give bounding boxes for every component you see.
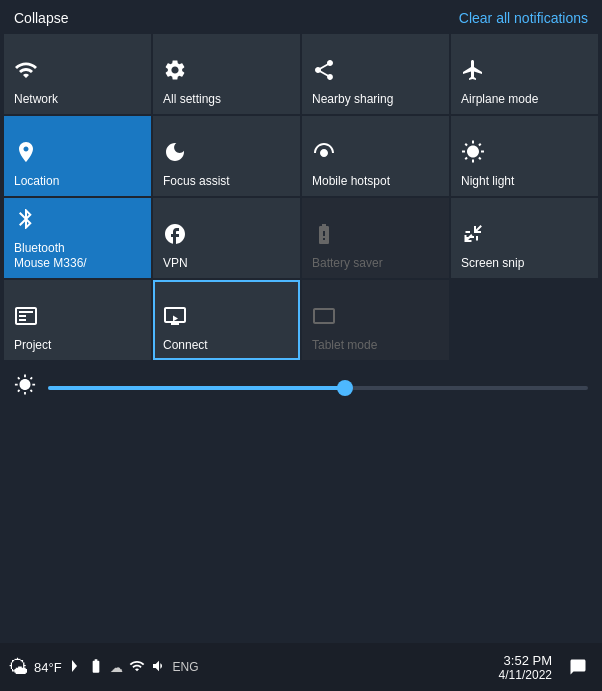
- lang-label: ENG: [173, 660, 199, 674]
- brightness-icon: [14, 374, 36, 401]
- battery-saver-icon: [312, 222, 336, 250]
- tablet-mode-label: Tablet mode: [312, 338, 377, 352]
- tile-location[interactable]: Location: [4, 116, 151, 196]
- wifi-icon[interactable]: [129, 658, 145, 677]
- network-label: Network: [14, 92, 58, 106]
- location-icon: [14, 140, 38, 168]
- volume-icon[interactable]: [151, 658, 167, 677]
- tile-nearby-sharing[interactable]: Nearby sharing: [302, 34, 449, 114]
- airplane-mode-label: Airplane mode: [461, 92, 538, 106]
- empty-tile: [451, 280, 598, 360]
- bluetooth-label: Bluetooth Mouse M336/: [14, 241, 87, 270]
- all-settings-label: All settings: [163, 92, 221, 106]
- tile-battery-saver[interactable]: Battery saver: [302, 198, 449, 278]
- taskbar-weather: 🌤 84°F: [8, 656, 62, 679]
- focus-assist-label: Focus assist: [163, 174, 230, 188]
- taskbar-system-icons: ☁ ENG: [72, 658, 199, 677]
- mobile-hotspot-icon: [312, 140, 336, 168]
- header: Collapse Clear all notifications: [0, 0, 602, 34]
- tile-all-settings[interactable]: All settings: [153, 34, 300, 114]
- project-label: Project: [14, 338, 51, 352]
- clear-notifications-button[interactable]: Clear all notifications: [459, 10, 588, 26]
- night-light-label: Night light: [461, 174, 514, 188]
- weather-icon: 🌤: [8, 656, 28, 679]
- tile-airplane-mode[interactable]: Airplane mode: [451, 34, 598, 114]
- clock-date: 4/11/2022: [499, 668, 552, 682]
- tile-connect[interactable]: Connect: [153, 280, 300, 360]
- tile-tablet-mode[interactable]: Tablet mode: [302, 280, 449, 360]
- tile-vpn[interactable]: VPN: [153, 198, 300, 278]
- tile-network[interactable]: Network: [4, 34, 151, 114]
- vpn-label: VPN: [163, 256, 188, 270]
- screen-snip-icon: [461, 222, 485, 250]
- focus-assist-icon: [163, 140, 187, 168]
- quick-actions-grid: Network All settings Nearby sharing: [0, 34, 602, 360]
- cloud-icon[interactable]: ☁: [110, 660, 123, 675]
- tile-project[interactable]: Project: [4, 280, 151, 360]
- mobile-hotspot-label: Mobile hotspot: [312, 174, 390, 188]
- action-center: Collapse Clear all notifications Network…: [0, 0, 602, 691]
- tile-focus-assist[interactable]: Focus assist: [153, 116, 300, 196]
- brightness-row: [0, 364, 602, 411]
- tile-bluetooth[interactable]: Bluetooth Mouse M336/: [4, 198, 151, 278]
- taskbar-clock[interactable]: 3:52 PM 4/11/2022: [499, 653, 552, 682]
- tile-screen-snip[interactable]: Screen snip: [451, 198, 598, 278]
- battery-saver-label: Battery saver: [312, 256, 383, 270]
- slider-track: [48, 386, 588, 390]
- power-icon[interactable]: [88, 658, 104, 677]
- project-icon: [14, 304, 38, 332]
- nearby-sharing-icon: [312, 58, 336, 86]
- network-icon: [14, 58, 38, 86]
- taskbar: 🌤 84°F ☁: [0, 643, 602, 691]
- tablet-mode-icon: [312, 304, 336, 332]
- slider-fill: [48, 386, 345, 390]
- connect-icon: [163, 304, 187, 332]
- airplane-icon: [461, 58, 485, 86]
- night-light-icon: [461, 140, 485, 168]
- brightness-slider[interactable]: [48, 378, 588, 398]
- collapse-button[interactable]: Collapse: [14, 10, 68, 26]
- notification-button[interactable]: [562, 651, 594, 683]
- slider-thumb[interactable]: [337, 380, 353, 396]
- location-label: Location: [14, 174, 59, 188]
- tile-night-light[interactable]: Night light: [451, 116, 598, 196]
- vpn-icon: [163, 222, 187, 250]
- clock-time: 3:52 PM: [504, 653, 552, 668]
- settings-icon: [163, 58, 187, 86]
- weather-temp: 84°F: [34, 660, 62, 675]
- connect-label: Connect: [163, 338, 208, 352]
- screen-snip-label: Screen snip: [461, 256, 524, 270]
- bluetooth-icon: [14, 207, 38, 235]
- tile-mobile-hotspot[interactable]: Mobile hotspot: [302, 116, 449, 196]
- show-hidden-icons[interactable]: [72, 660, 82, 675]
- nearby-sharing-label: Nearby sharing: [312, 92, 393, 106]
